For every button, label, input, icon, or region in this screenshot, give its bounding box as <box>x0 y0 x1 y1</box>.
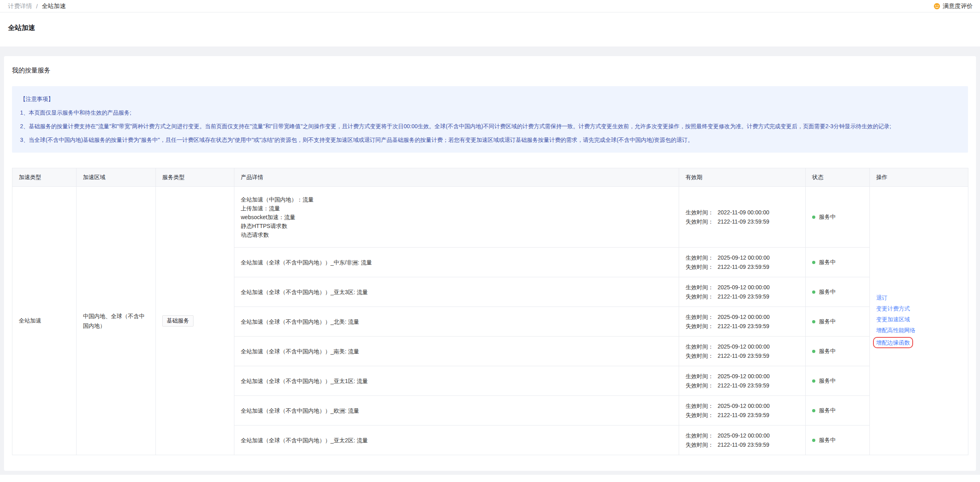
notice-item: 2、基础服务的按量计费支持在"流量"和"带宽"两种计费方式之间进行变更。当前页面… <box>20 119 960 133</box>
status-dot-icon <box>812 379 815 383</box>
smiley-face-icon <box>934 3 940 10</box>
notice-item: 3、当全球(不含中国内地)基础服务的按量计费为"服务中"，且任一计费区域存在状态… <box>20 133 960 147</box>
effective-time-label: 生效时间： <box>686 431 714 440</box>
cell-product-details: 全站加速（全球（不含中国内地））_亚太3区: 流量 <box>234 277 679 307</box>
status-label: 服务中 <box>819 318 836 325</box>
product-line: 全站加速（全球（不含中国内地））_亚太1区: 流量 <box>241 377 672 385</box>
expire-time-line: 失效时间：2122-11-09 23:59:59 <box>686 292 799 301</box>
status-dot-icon <box>812 290 815 294</box>
expire-time-line: 失效时间：2122-11-09 23:59:59 <box>686 440 799 450</box>
expire-time-label: 失效时间： <box>686 262 714 272</box>
page-title: 全站加速 <box>8 23 972 32</box>
status-badge: 服务中 <box>812 318 863 325</box>
effective-time-line: 生效时间：2025-09-12 00:00:00 <box>686 253 799 262</box>
status-badge: 服务中 <box>812 214 863 221</box>
status-label: 服务中 <box>819 259 836 266</box>
action-row: 增配边缘函数 <box>876 337 962 348</box>
action-link-2[interactable]: 变更加速区域 <box>876 315 910 323</box>
notice-box: 【注意事项】 1、本页面仅显示服务中和待生效的产品服务; 2、基础服务的按量计费… <box>12 86 968 153</box>
status-label: 服务中 <box>819 407 836 414</box>
effective-time-label: 生效时间： <box>686 372 714 381</box>
status-label: 服务中 <box>819 214 836 221</box>
cell-validity: 生效时间：2025-09-12 00:00:00失效时间：2122-11-09 … <box>679 396 806 426</box>
action-row: 增配高性能网络 <box>876 326 962 334</box>
expire-time-line: 失效时间：2122-11-09 23:59:59 <box>686 322 799 331</box>
product-line: 全站加速（中国内地）：流量 <box>241 195 672 204</box>
effective-time-value: 2025-09-12 00:00:00 <box>718 283 770 292</box>
expire-time-label: 失效时间： <box>686 411 714 420</box>
cell-validity: 生效时间：2025-09-12 00:00:00失效时间：2122-11-09 … <box>679 337 806 366</box>
cell-status: 服务中 <box>806 248 870 277</box>
product-line: 全站加速（全球（不含中国内地））_欧洲: 流量 <box>241 406 672 415</box>
cell-validity: 生效时间：2022-11-09 00:00:00失效时间：2122-11-09 … <box>679 187 806 248</box>
breadcrumb-bar: 计费详情 / 全站加速 满意度评价 <box>0 0 980 12</box>
service-type-badge: 基础服务 <box>162 315 194 327</box>
status-badge: 服务中 <box>812 288 863 296</box>
effective-time-value: 2025-09-12 00:00:00 <box>718 253 770 262</box>
product-line: 动态请求数 <box>241 230 672 239</box>
breadcrumb-separator: / <box>36 3 38 10</box>
status-label: 服务中 <box>819 288 836 296</box>
effective-time-label: 生效时间： <box>686 253 714 262</box>
cell-validity: 生效时间：2025-09-12 00:00:00失效时间：2122-11-09 … <box>679 248 806 277</box>
product-line: 全站加速（全球（不含中国内地））_北美: 流量 <box>241 317 672 326</box>
status-badge: 服务中 <box>812 348 863 355</box>
effective-time-line: 生效时间：2022-11-09 00:00:00 <box>686 208 799 217</box>
product-lines: 全站加速（全球（不含中国内地））_亚太2区: 流量 <box>241 436 672 445</box>
status-dot-icon <box>812 350 815 353</box>
status-badge: 服务中 <box>812 407 863 414</box>
cell-service-type: 基础服务 <box>156 187 234 455</box>
product-lines: 全站加速（全球（不含中国内地））_北美: 流量 <box>241 317 672 326</box>
action-link-1[interactable]: 变更计费方式 <box>876 305 910 313</box>
status-badge: 服务中 <box>812 437 863 444</box>
effective-time-value: 2025-09-12 00:00:00 <box>718 401 770 411</box>
breadcrumb-parent[interactable]: 计费详情 <box>8 2 32 10</box>
expire-time-label: 失效时间： <box>686 440 714 450</box>
product-lines: 全站加速（全球（不含中国内地））_欧洲: 流量 <box>241 406 672 415</box>
product-lines: 全站加速（全球（不含中国内地））_中东/非洲: 流量 <box>241 258 672 267</box>
expire-time-value: 2122-11-09 23:59:59 <box>718 292 769 301</box>
expire-time-label: 失效时间： <box>686 351 714 361</box>
cell-status: 服务中 <box>806 426 870 455</box>
expire-time-label: 失效时间： <box>686 322 714 331</box>
effective-time-line: 生效时间：2025-09-12 00:00:00 <box>686 372 799 381</box>
effective-time-label: 生效时间： <box>686 313 714 322</box>
services-table: 加速类型加速区域服务类型产品详情有效期状态操作 全站加速中国内地、全球（不含中国… <box>12 168 968 455</box>
status-label: 服务中 <box>819 377 836 385</box>
product-line: 上传加速：流量 <box>241 204 672 213</box>
cell-status: 服务中 <box>806 396 870 426</box>
effective-time-label: 生效时间： <box>686 342 714 351</box>
product-lines: 全站加速（全球（不含中国内地））_亚太3区: 流量 <box>241 288 672 296</box>
cell-validity: 生效时间：2025-09-12 00:00:00失效时间：2122-11-09 … <box>679 426 806 455</box>
expire-time-value: 2122-11-09 23:59:59 <box>718 351 769 361</box>
action-link-4[interactable]: 增配边缘函数 <box>873 337 913 348</box>
status-dot-icon <box>812 320 815 323</box>
action-link-0[interactable]: 退订 <box>876 294 887 302</box>
expire-time-value: 2122-11-09 23:59:59 <box>718 322 769 331</box>
action-row: 变更加速区域 <box>876 315 962 323</box>
expire-time-line: 失效时间：2122-11-09 23:59:59 <box>686 217 799 226</box>
content-area: 我的按量服务 【注意事项】 1、本页面仅显示服务中和待生效的产品服务; 2、基础… <box>0 46 980 475</box>
expire-time-line: 失效时间：2122-11-09 23:59:59 <box>686 381 799 390</box>
cell-status: 服务中 <box>806 277 870 307</box>
notice-title: 【注意事项】 <box>20 92 960 106</box>
expire-time-value: 2122-11-09 23:59:59 <box>718 262 769 272</box>
satisfaction-survey-button[interactable]: 满意度评价 <box>934 2 973 10</box>
expire-time-value: 2122-11-09 23:59:59 <box>718 440 769 450</box>
status-dot-icon <box>812 439 815 442</box>
expire-time-label: 失效时间： <box>686 381 714 390</box>
column-header-6: 操作 <box>870 168 968 187</box>
product-line: 全站加速（全球（不含中国内地））_中东/非洲: 流量 <box>241 258 672 267</box>
cell-validity: 生效时间：2025-09-12 00:00:00失效时间：2122-11-09 … <box>679 366 806 396</box>
status-label: 服务中 <box>819 437 836 444</box>
breadcrumb-current: 全站加速 <box>42 2 66 10</box>
satisfaction-label: 满意度评价 <box>943 2 973 10</box>
effective-time-line: 生效时间：2025-09-12 00:00:00 <box>686 401 799 411</box>
column-header-3: 产品详情 <box>234 168 679 187</box>
table-row: 全站加速中国内地、全球（不含中国内地）基础服务全站加速（中国内地）：流量上传加速… <box>12 187 968 248</box>
expire-time-line: 失效时间：2122-11-09 23:59:59 <box>686 351 799 361</box>
action-link-3[interactable]: 增配高性能网络 <box>876 326 915 334</box>
status-label: 服务中 <box>819 348 836 355</box>
cell-status: 服务中 <box>806 366 870 396</box>
effective-time-value: 2022-11-09 00:00:00 <box>718 208 769 217</box>
